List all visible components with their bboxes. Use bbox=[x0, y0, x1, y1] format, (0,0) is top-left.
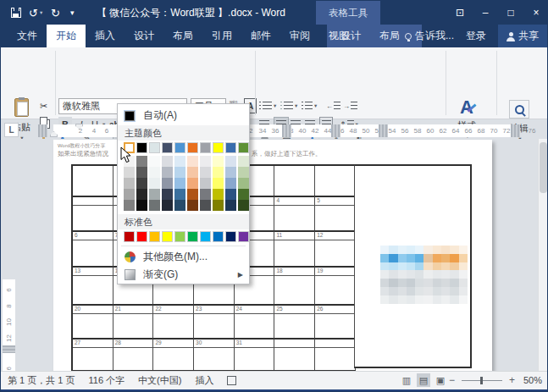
calendar-day-number-cell[interactable]: 23 bbox=[194, 304, 235, 314]
color-variant-swatch[interactable] bbox=[238, 200, 249, 211]
sign-in-button[interactable]: 登录 bbox=[466, 29, 486, 43]
calendar-day-number-cell[interactable]: 11 bbox=[274, 230, 315, 240]
color-variant-swatch[interactable] bbox=[213, 189, 224, 200]
calendar-day-number-cell[interactable]: 6 bbox=[73, 230, 113, 240]
calendar-day-cell[interactable] bbox=[274, 240, 315, 266]
horizontal-ruler[interactable]: L 24632343638404244464850525456586062646… bbox=[1, 122, 548, 139]
color-variant-swatch[interactable] bbox=[149, 178, 160, 189]
color-variant-swatch[interactable] bbox=[187, 189, 198, 200]
calendar-day-cell[interactable] bbox=[113, 348, 154, 370]
undo-icon[interactable]: ↺▾ bbox=[29, 1, 42, 25]
more-colors-item[interactable]: 其他颜色(M)... bbox=[118, 248, 249, 266]
bullets-icon[interactable]: ▾ bbox=[259, 98, 276, 113]
calendar-day-number-cell[interactable]: 24 bbox=[235, 304, 275, 314]
scrollbar-thumb[interactable] bbox=[540, 142, 547, 193]
vertical-scrollbar[interactable] bbox=[538, 139, 548, 371]
table-column-marker[interactable] bbox=[331, 124, 340, 137]
calendar-day-cell[interactable] bbox=[315, 240, 356, 266]
macro-record-icon[interactable] bbox=[227, 376, 236, 385]
table-column-marker[interactable] bbox=[379, 124, 388, 137]
color-variant-swatch[interactable] bbox=[124, 167, 135, 178]
zoom-slider-thumb[interactable] bbox=[480, 377, 483, 384]
tab-file[interactable]: 文件 bbox=[8, 25, 47, 47]
color-variant-swatch[interactable] bbox=[187, 200, 198, 211]
color-variant-swatch[interactable] bbox=[162, 178, 173, 189]
tell-me-button[interactable]: 告诉我... bbox=[405, 29, 454, 43]
page-indicator[interactable]: 第 1 页，共 1 页 bbox=[8, 374, 75, 387]
color-variant-swatch[interactable] bbox=[149, 200, 160, 211]
calendar-day-cell[interactable] bbox=[153, 314, 194, 338]
calendar-day-cell[interactable] bbox=[315, 314, 356, 338]
gradient-item[interactable]: 渐变(G) ▶ bbox=[118, 266, 249, 284]
tab-table-layout[interactable]: 布局 bbox=[370, 25, 409, 47]
color-variant-swatch[interactable] bbox=[136, 189, 147, 200]
standard-color-swatch[interactable] bbox=[213, 231, 224, 242]
theme-color-swatch[interactable] bbox=[238, 142, 249, 153]
theme-color-swatch[interactable] bbox=[136, 142, 147, 153]
close-button[interactable]: × bbox=[523, 1, 548, 25]
color-variant-swatch[interactable] bbox=[200, 189, 211, 200]
calendar-day-number-cell[interactable]: 31 bbox=[235, 338, 275, 348]
standard-color-swatch[interactable] bbox=[187, 231, 198, 242]
calendar-day-cell[interactable] bbox=[153, 348, 194, 370]
color-variant-swatch[interactable] bbox=[174, 156, 185, 167]
color-variant-swatch[interactable] bbox=[162, 189, 173, 200]
color-variant-swatch[interactable] bbox=[213, 156, 224, 167]
color-variant-swatch[interactable] bbox=[162, 200, 173, 211]
table-column-marker[interactable] bbox=[282, 124, 291, 137]
color-variant-swatch[interactable] bbox=[124, 178, 135, 189]
calendar-day-number-cell[interactable] bbox=[274, 338, 315, 348]
color-variant-swatch[interactable] bbox=[187, 167, 198, 178]
standard-color-swatch[interactable] bbox=[124, 231, 135, 242]
color-variant-swatch[interactable] bbox=[149, 189, 160, 200]
color-variant-swatch[interactable] bbox=[136, 167, 147, 178]
calendar-day-number-cell[interactable]: 26 bbox=[315, 304, 356, 314]
maximize-button[interactable]: □ bbox=[498, 1, 523, 25]
calendar-day-cell[interactable] bbox=[73, 276, 113, 304]
color-variant-swatch[interactable] bbox=[213, 200, 224, 211]
calendar-day-cell[interactable] bbox=[73, 240, 113, 266]
calendar-header-cell[interactable] bbox=[315, 166, 356, 196]
zoom-in-button[interactable]: + bbox=[507, 374, 517, 386]
calendar-day-cell[interactable] bbox=[73, 348, 113, 370]
cut-icon[interactable]: ✂ bbox=[40, 98, 47, 113]
calendar-day-cell[interactable] bbox=[274, 314, 315, 338]
calendar-day-number-cell[interactable]: 22 bbox=[153, 304, 194, 314]
calendar-day-cell[interactable] bbox=[274, 206, 315, 230]
color-variant-swatch[interactable] bbox=[162, 156, 173, 167]
color-variant-swatch[interactable] bbox=[124, 189, 135, 200]
color-variant-swatch[interactable] bbox=[136, 156, 147, 167]
calendar-day-number-cell[interactable] bbox=[315, 338, 356, 348]
calendar-day-number-cell[interactable]: 13 bbox=[73, 266, 113, 276]
tab-design[interactable]: 设计 bbox=[125, 25, 163, 47]
standard-color-swatch[interactable] bbox=[162, 231, 173, 242]
tab-review[interactable]: 审阅 bbox=[280, 25, 319, 47]
color-variant-swatch[interactable] bbox=[225, 178, 236, 189]
calendar-day-cell[interactable] bbox=[73, 314, 113, 338]
read-mode-icon[interactable]: ▥ bbox=[400, 373, 413, 387]
color-variant-swatch[interactable] bbox=[149, 167, 160, 178]
share-button[interactable]: 共享 bbox=[498, 25, 547, 47]
calendar-day-number-cell[interactable]: 30 bbox=[194, 338, 235, 348]
calendar-day-cell[interactable] bbox=[315, 206, 356, 230]
calendar-day-number-cell[interactable]: 18 bbox=[274, 266, 315, 276]
word-count[interactable]: 116 个字 bbox=[88, 374, 125, 387]
color-variant-swatch[interactable] bbox=[200, 156, 211, 167]
color-variant-swatch[interactable] bbox=[174, 200, 185, 211]
tab-mailings[interactable]: 邮件 bbox=[241, 25, 280, 47]
color-variant-swatch[interactable] bbox=[200, 200, 211, 211]
calendar-day-number-cell[interactable]: 29 bbox=[153, 338, 194, 348]
calendar-day-number-cell[interactable]: 4 bbox=[274, 196, 315, 206]
calendar-day-number-cell[interactable]: 25 bbox=[274, 304, 315, 314]
calendar-day-number-cell[interactable]: 28 bbox=[113, 338, 154, 348]
calendar-day-cell[interactable] bbox=[274, 276, 315, 304]
theme-color-swatch[interactable] bbox=[187, 142, 198, 153]
theme-color-swatch[interactable] bbox=[149, 142, 160, 153]
numbering-icon[interactable]: ▾ bbox=[280, 98, 297, 113]
zoom-level[interactable]: 50% bbox=[523, 375, 542, 385]
tab-selector[interactable]: L bbox=[4, 123, 19, 137]
color-variant-swatch[interactable] bbox=[174, 178, 185, 189]
color-variant-swatch[interactable] bbox=[124, 200, 135, 211]
print-layout-icon[interactable]: ▤ bbox=[417, 373, 430, 387]
tab-home[interactable]: 开始 bbox=[47, 25, 86, 47]
